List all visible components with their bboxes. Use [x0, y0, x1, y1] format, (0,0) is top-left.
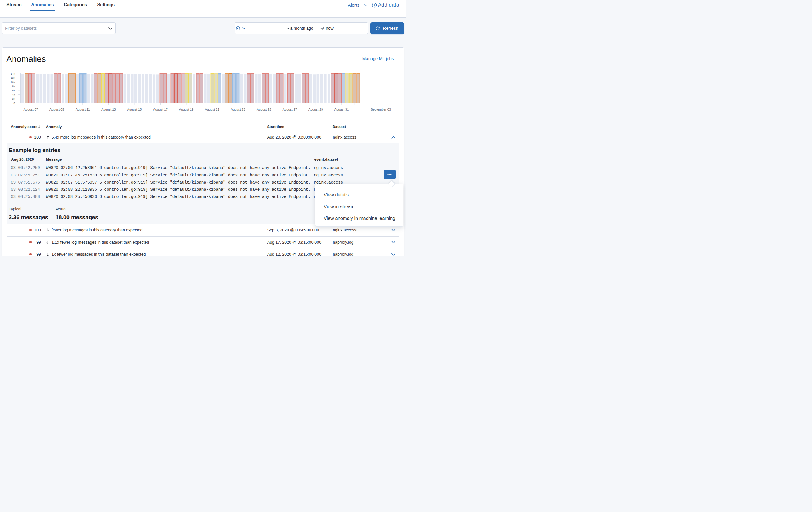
svg-text:14k: 14k [10, 72, 15, 75]
svg-text:August 13: August 13 [101, 108, 116, 111]
svg-text:August 29: August 29 [309, 108, 323, 111]
svg-text:August 21: August 21 [205, 108, 220, 111]
svg-text:August 19: August 19 [179, 108, 194, 111]
svg-text:8k: 8k [12, 84, 15, 88]
svg-text:August 15: August 15 [127, 108, 142, 111]
svg-text:4k: 4k [12, 93, 15, 96]
svg-text:August 17: August 17 [153, 108, 168, 111]
svg-text:10k: 10k [10, 80, 15, 84]
svg-text:6k: 6k [12, 89, 15, 92]
svg-text:12k: 12k [10, 76, 15, 79]
svg-text:August 31: August 31 [334, 108, 349, 111]
svg-text:August 23: August 23 [231, 108, 245, 111]
svg-text:August 27: August 27 [282, 108, 297, 111]
svg-text:September 03: September 03 [371, 108, 391, 111]
svg-text:0: 0 [13, 101, 15, 105]
svg-text:2k: 2k [12, 97, 15, 100]
svg-text:August 09: August 09 [50, 108, 64, 111]
svg-text:August 11: August 11 [76, 108, 90, 111]
svg-text:August 25: August 25 [257, 108, 271, 111]
svg-text:August 07: August 07 [24, 108, 38, 111]
